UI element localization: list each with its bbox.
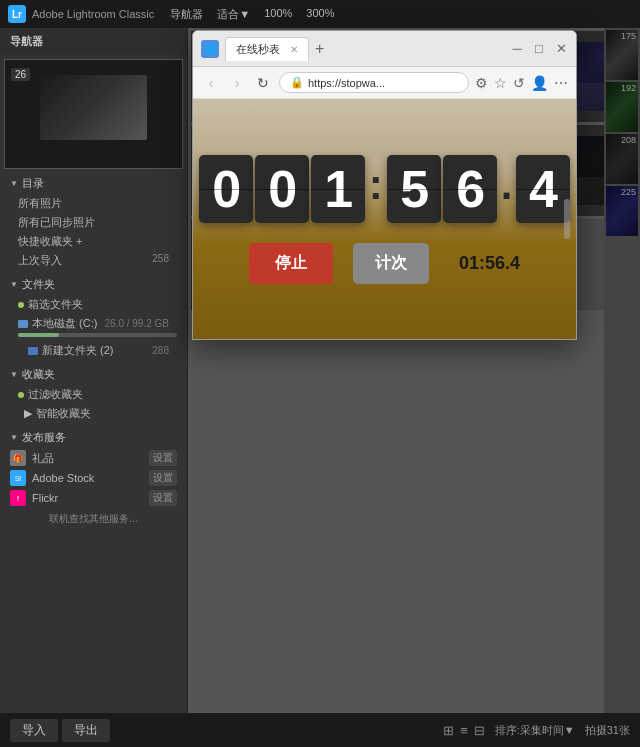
stop-button[interactable]: 停止 <box>249 243 333 284</box>
address-text: https://stopwa... <box>308 77 385 89</box>
sidebar-item-box-folder[interactable]: 箱选文件夹 <box>0 295 187 314</box>
back-button[interactable]: ‹ <box>201 75 221 91</box>
section-folders-header[interactable]: ▼ 文件夹 <box>0 274 187 295</box>
strip-number-175: 175 <box>621 31 636 41</box>
disk-fill <box>18 333 59 337</box>
add-service-button[interactable]: 联机查找其他服务... <box>0 508 187 530</box>
stock-service-name: Adobe Stock <box>32 472 143 484</box>
browser-toolbar: ‹ › ↻ 🔒 https://stopwa... ⚙ ☆ ↺ 👤 ⋯ <box>193 67 576 99</box>
directory-label: 目录 <box>22 176 44 191</box>
browser-new-tab-button[interactable]: + <box>315 40 324 58</box>
section-directory-header[interactable]: ▼ 目录 <box>0 173 187 194</box>
bottom-bar: 导入 导出 ⊞ ≡ ⊟ 排序:采集时间▼ 拍摄31张 <box>0 713 640 747</box>
frame-number: 26 <box>11 68 30 81</box>
import-button[interactable]: 导入 <box>10 719 58 742</box>
menu-300[interactable]: 300% <box>306 7 334 22</box>
lr-logo: Lr <box>8 5 26 23</box>
section-folders: ▼ 文件夹 箱选文件夹 本地磁盘 (C:) 26.0 / 99.2 GB 新建文… <box>0 274 187 360</box>
flickr-settings-button[interactable]: 设置 <box>149 490 177 506</box>
sidebar-item-last-import[interactable]: 上次导入 258 <box>0 251 187 270</box>
strip-thumb-208[interactable]: 208 <box>606 134 638 184</box>
sort-status: 排序:采集时间▼ <box>495 723 575 738</box>
section-collections-header[interactable]: ▼ 收藏夹 <box>0 364 187 385</box>
browser-tab-title: 在线秒表 <box>236 42 280 57</box>
lap-time-display: 01:56.4 <box>459 253 520 274</box>
digit-3: 5 <box>387 155 441 223</box>
sidebar-item-new-folder[interactable]: 新建文件夹 (2) 288 <box>0 341 187 360</box>
sidebar-item-synced-photos[interactable]: 所有已同步照片 <box>0 213 187 232</box>
address-bar[interactable]: 🔒 https://stopwa... <box>279 72 469 93</box>
minimize-button[interactable]: ─ <box>510 41 524 56</box>
browser-tab-active[interactable]: 在线秒表 ✕ <box>225 37 309 61</box>
publish-label: 发布服务 <box>22 430 66 445</box>
menu-100[interactable]: 100% <box>264 7 292 22</box>
import-count: 258 <box>152 253 169 268</box>
section-publish: ▼ 发布服务 🎁 礼品 设置 St Adobe Stock 设置 f Flick… <box>0 427 187 530</box>
strip-thumb-192[interactable]: 192 <box>606 82 638 132</box>
compare-view-icon[interactable]: ⊟ <box>474 723 485 738</box>
digit-4: 6 <box>443 155 497 223</box>
bookmark-icon[interactable]: ☆ <box>494 75 507 91</box>
strip-number-192: 192 <box>621 83 636 93</box>
collections-label: 收藏夹 <box>22 367 55 382</box>
disk-info: 26.0 / 99.2 GB <box>105 318 170 329</box>
navigator-preview: 26 <box>4 59 183 169</box>
gift-settings-button[interactable]: 设置 <box>149 450 177 466</box>
service-row-stock: St Adobe Stock 设置 <box>0 468 187 488</box>
folder-dot-icon <box>18 302 24 308</box>
close-button[interactable]: ✕ <box>554 41 568 56</box>
subfolder-icon <box>28 347 38 355</box>
directory-arrow: ▼ <box>10 179 18 188</box>
dot-separator: . <box>501 161 513 209</box>
list-view-icon[interactable]: ≡ <box>460 723 468 738</box>
browser-window-controls: ─ □ ✕ <box>510 41 568 56</box>
sidebar-item-local-disk[interactable]: 本地磁盘 (C:) 26.0 / 99.2 GB <box>0 314 187 333</box>
forward-button[interactable]: › <box>227 75 247 91</box>
lap-button[interactable]: 计次 <box>353 243 429 284</box>
section-collections: ▼ 收藏夹 过滤收藏夹 ▶ 智能收藏夹 <box>0 364 187 423</box>
photo-count: 拍摄31张 <box>585 723 630 738</box>
scroll-indicator <box>564 199 570 239</box>
preview-image <box>40 75 146 140</box>
sidebar-item-all-photos[interactable]: 所有照片 <box>0 194 187 213</box>
stock-service-icon: St <box>10 470 26 486</box>
browser-titlebar: 🌐 在线秒表 ✕ + ─ □ ✕ <box>193 31 576 67</box>
stock-settings-button[interactable]: 设置 <box>149 470 177 486</box>
menu-navigator[interactable]: 导航器 <box>170 7 203 22</box>
reload-button[interactable]: ↻ <box>253 75 273 91</box>
user-icon[interactable]: 👤 <box>531 75 548 91</box>
browser-window: 🌐 在线秒表 ✕ + ─ □ ✕ ‹ › ↻ 🔒 https://stopwa.… <box>192 30 577 340</box>
grid-view-icon[interactable]: ⊞ <box>443 723 454 738</box>
extensions-icon[interactable]: ⚙ <box>475 75 488 91</box>
browser-tab-close-icon[interactable]: ✕ <box>290 44 298 55</box>
stopwatch-app: 0 0 1 : 5 6 . 4 停止 计次 01:56.4 <box>193 99 576 339</box>
section-publish-header[interactable]: ▼ 发布服务 <box>0 427 187 448</box>
maximize-button[interactable]: □ <box>532 41 546 56</box>
lock-icon: 🔒 <box>290 76 304 89</box>
strip-number-225-strip: 225 <box>621 187 636 197</box>
disk-bar <box>18 333 177 337</box>
sidebar-item-smart-collection[interactable]: ▶ 智能收藏夹 <box>0 404 187 423</box>
digit-0: 0 <box>199 155 253 223</box>
flickr-service-icon: f <box>10 490 26 506</box>
colon-separator: : <box>369 161 383 209</box>
sidebar-item-quick-collection[interactable]: 快捷收藏夹 + <box>0 232 187 251</box>
export-button[interactable]: 导出 <box>62 719 110 742</box>
strip-thumb-225[interactable]: 225 <box>606 186 638 236</box>
digit-1: 0 <box>255 155 309 223</box>
left-sidebar: 导航器 26 ▼ 目录 所有照片 所有已同步照片 快捷收藏夹 + 上次导入 25… <box>0 28 188 713</box>
app-name: Adobe Lightroom Classic <box>32 8 154 20</box>
publish-arrow: ▼ <box>10 433 18 442</box>
strip-thumb-175[interactable]: 175 <box>606 30 638 80</box>
browser-toolbar-icons: ⚙ ☆ ↺ 👤 ⋯ <box>475 75 568 91</box>
browser-content: 0 0 1 : 5 6 . 4 停止 计次 01:56.4 <box>193 99 576 339</box>
sidebar-item-filter-collection[interactable]: 过滤收藏夹 <box>0 385 187 404</box>
more-icon[interactable]: ⋯ <box>554 75 568 91</box>
menu-fit[interactable]: 适合▼ <box>217 7 250 22</box>
topbar-menu: 导航器 适合▼ 100% 300% <box>170 7 334 22</box>
subfolder-count: 288 <box>152 345 169 356</box>
refresh-icon[interactable]: ↺ <box>513 75 525 91</box>
gift-service-icon: 🎁 <box>10 450 26 466</box>
browser-icon: 🌐 <box>201 40 219 58</box>
stopwatch-display: 0 0 1 : 5 6 . 4 <box>199 155 571 223</box>
